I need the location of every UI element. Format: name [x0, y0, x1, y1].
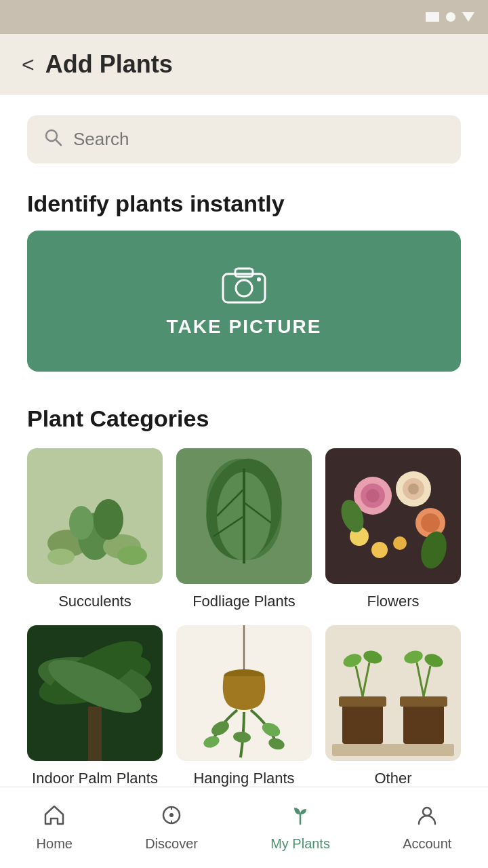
categories-section: Plant Categories Succulents — [27, 406, 461, 788]
status-icon-wifi — [462, 12, 474, 22]
category-foliage-label: Fodliage Plants — [192, 592, 296, 612]
account-icon — [415, 804, 439, 832]
svg-point-68 — [423, 808, 431, 816]
my-plants-icon — [289, 804, 312, 832]
search-input[interactable] — [73, 129, 445, 150]
category-flowers-image — [325, 448, 461, 584]
category-succulents-image — [27, 448, 163, 584]
header: < Add Plants — [0, 34, 488, 95]
category-hanging-label: Hanging Plants — [193, 769, 294, 789]
category-indoor-palm[interactable]: Indoor Palm Plants — [27, 625, 163, 789]
category-indoor-palm-label: Indoor Palm Plants — [32, 769, 158, 789]
nav-my-plants-label: My Plants — [270, 836, 330, 852]
nav-home-label: Home — [37, 836, 73, 852]
category-other-label: Other — [374, 769, 411, 789]
status-icon-battery — [426, 12, 439, 22]
svg-point-33 — [393, 536, 407, 550]
nav-my-plants[interactable]: My Plants — [257, 797, 344, 859]
main-content: Identify plants instantly TAKE PICTURE P… — [0, 95, 488, 868]
svg-point-12 — [47, 549, 75, 565]
page-title: Add Plants — [45, 50, 173, 79]
svg-point-30 — [421, 513, 440, 532]
category-flowers[interactable]: Flowers — [325, 448, 461, 612]
svg-point-13 — [117, 546, 147, 565]
svg-point-10 — [69, 506, 94, 540]
category-foliage[interactable]: Fodliage Plants — [176, 448, 312, 612]
status-icon-signal — [446, 12, 455, 22]
category-hanging-image — [176, 625, 312, 761]
status-bar — [0, 0, 488, 34]
search-icon — [43, 127, 62, 151]
categories-title: Plant Categories — [27, 406, 461, 432]
svg-point-0 — [46, 130, 57, 141]
category-foliage-image — [176, 448, 312, 584]
category-other[interactable]: Other — [325, 625, 461, 789]
identify-title: Identify plants instantly — [27, 191, 461, 217]
category-succulents-label: Succulents — [58, 592, 131, 612]
back-button[interactable]: < — [22, 54, 35, 75]
svg-rect-63 — [332, 744, 454, 756]
camera-icon — [220, 264, 268, 305]
svg-point-5 — [257, 277, 261, 281]
take-picture-button[interactable]: TAKE PICTURE — [27, 231, 461, 372]
category-succulents[interactable]: Succulents — [27, 448, 163, 612]
nav-discover[interactable]: Discover — [131, 797, 211, 859]
svg-point-32 — [371, 542, 388, 558]
identify-section: Identify plants instantly TAKE PICTURE — [27, 191, 461, 372]
category-hanging[interactable]: Hanging Plants — [176, 625, 312, 789]
svg-rect-4 — [235, 269, 253, 277]
svg-rect-54 — [400, 696, 447, 707]
discover-icon — [160, 804, 183, 832]
categories-grid: Succulents Fodliage Plants — [27, 448, 461, 788]
svg-point-28 — [408, 484, 419, 494]
home-icon — [43, 804, 66, 832]
nav-home[interactable]: Home — [23, 797, 86, 859]
svg-rect-41 — [88, 707, 102, 761]
svg-line-1 — [56, 140, 62, 146]
search-bar[interactable] — [27, 115, 461, 163]
nav-discover-label: Discover — [145, 836, 198, 852]
nav-account[interactable]: Account — [389, 797, 465, 859]
nav-account-label: Account — [403, 836, 451, 852]
svg-rect-52 — [339, 696, 386, 707]
category-indoor-palm-image — [27, 625, 163, 761]
category-flowers-label: Flowers — [367, 592, 419, 612]
svg-point-3 — [236, 280, 252, 296]
svg-point-25 — [366, 489, 380, 502]
take-picture-label: TAKE PICTURE — [167, 316, 322, 338]
category-other-image — [325, 625, 461, 761]
svg-point-65 — [169, 813, 174, 817]
svg-point-11 — [94, 499, 123, 540]
bottom-nav: Home Discover My Plants — [0, 787, 488, 868]
